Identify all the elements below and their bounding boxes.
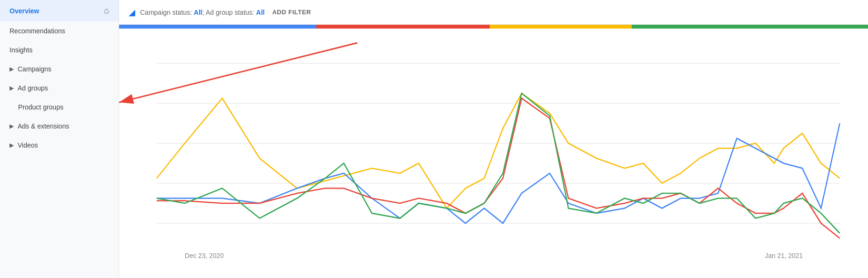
sidebar-overview-label: Overview <box>10 7 104 15</box>
add-filter-button[interactable]: ADD FILTER <box>272 9 311 16</box>
sidebar-campaigns-label: Campaigns <box>18 65 109 73</box>
color-segment-red <box>316 25 490 29</box>
filter-bar: ◢ Campaign status: All; Ad group status:… <box>119 0 868 25</box>
sidebar-insights-label: Insights <box>10 46 109 54</box>
expand-arrow-ads: ▶ <box>10 123 14 129</box>
color-bar <box>119 25 868 29</box>
sidebar-item-recommendations[interactable]: Recommendations <box>0 21 119 40</box>
sidebar-item-videos[interactable]: ▶ Videos <box>0 136 119 155</box>
color-segment-yellow <box>490 25 632 29</box>
expand-arrow-ad-groups: ▶ <box>10 85 14 91</box>
adgroup-status-value: All <box>256 9 265 16</box>
sidebar-item-overview[interactable]: Overview ⌂ <box>0 0 119 21</box>
sidebar: Overview ⌂ Recommendations Insights ▶ Ca… <box>0 0 119 278</box>
sidebar-item-product-groups[interactable]: Product groups <box>0 98 119 117</box>
expand-arrow-campaigns: ▶ <box>10 66 14 72</box>
filter-icon: ◢ <box>129 7 135 18</box>
sidebar-item-insights[interactable]: Insights <box>0 40 119 60</box>
campaign-status-value: All <box>194 9 202 16</box>
sidebar-product-groups-label: Product groups <box>18 103 109 111</box>
color-segment-green <box>632 25 868 29</box>
filter-status-text: Campaign status: All; Ad group status: A… <box>140 9 264 16</box>
blue-line <box>157 123 840 223</box>
sidebar-item-campaigns[interactable]: ▶ Campaigns <box>0 60 119 79</box>
sidebar-recommendations-label: Recommendations <box>10 27 109 35</box>
expand-arrow-videos: ▶ <box>10 142 14 149</box>
home-icon: ⌂ <box>104 6 109 16</box>
sidebar-ads-extensions-label: Ads & extensions <box>18 122 109 130</box>
chart-area: Dec 23, 2020 Jan 21, 2021 <box>119 29 868 278</box>
sidebar-videos-label: Videos <box>18 141 109 149</box>
green-line <box>157 93 840 233</box>
date-start-label: Dec 23, 2020 <box>185 252 224 260</box>
sidebar-item-ad-groups[interactable]: ▶ Ad groups <box>0 79 119 98</box>
yellow-line <box>157 93 840 208</box>
main-content: ◢ Campaign status: All; Ad group status:… <box>119 0 868 278</box>
sidebar-ad-groups-label: Ad groups <box>18 84 109 92</box>
date-end-label: Jan 21, 2021 <box>765 252 803 260</box>
chart-svg: Dec 23, 2020 Jan 21, 2021 <box>129 33 858 273</box>
sidebar-item-ads-extensions[interactable]: ▶ Ads & extensions <box>0 117 119 136</box>
color-segment-blue <box>119 25 316 29</box>
